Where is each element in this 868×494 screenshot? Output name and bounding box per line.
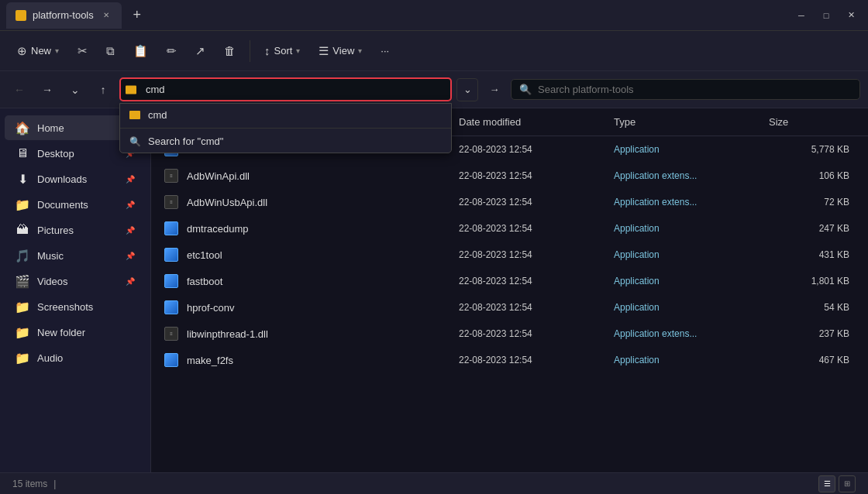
up-button[interactable]: ↑ <box>91 78 115 101</box>
copy-button[interactable]: ⧉ <box>98 39 122 63</box>
view-button[interactable]: ☰ View ▾ <box>311 39 370 63</box>
details-view-button[interactable]: ☰ <box>818 475 835 492</box>
table-row[interactable]: ≡ AdbWinApi.dll 22-08-2023 12:54 Applica… <box>151 163 868 189</box>
col-date-header[interactable]: Date modified <box>453 113 608 131</box>
file-date: 22-08-2023 12:54 <box>453 299 608 316</box>
tab-title: platform-tools <box>33 9 94 21</box>
file-type: Application <box>608 299 763 316</box>
minimize-button[interactable]: ─ <box>790 5 812 26</box>
sidebar-screenshots-label: Screenshots <box>37 301 135 313</box>
app-file-icon <box>164 300 178 314</box>
col-size-header[interactable]: Size <box>763 113 856 131</box>
file-name-text: AdbWinUsbApi.dll <box>187 197 267 208</box>
rename-button[interactable]: ✏ <box>159 39 184 63</box>
table-row[interactable]: make_f2fs 22-08-2023 12:54 Application 4… <box>151 347 868 373</box>
sidebar-item-downloads[interactable]: ⬇ Downloads 📌 <box>5 166 146 191</box>
search-input[interactable] <box>538 84 852 95</box>
table-row[interactable]: etc1tool 22-08-2023 12:54 Application 43… <box>151 242 868 268</box>
sidebar: 🏠 Home 🖥 Desktop 📌 ⬇ Downloads 📌 📁 Docum… <box>0 108 151 472</box>
address-dropdown-button[interactable]: ⌄ <box>456 78 478 101</box>
address-input[interactable] <box>119 77 452 101</box>
file-size: 467 KB <box>763 352 856 369</box>
sidebar-item-screenshots[interactable]: 📁 Screenshots <box>5 294 146 319</box>
window-controls: ─ □ ✕ <box>790 5 862 26</box>
file-icon <box>164 352 179 368</box>
table-row[interactable]: ≡ libwinpthread-1.dll 22-08-2023 12:54 A… <box>151 321 868 347</box>
dll-file-icon: ≡ <box>164 195 178 209</box>
table-row[interactable]: ≡ AdbWinUsbApi.dll 22-08-2023 12:54 Appl… <box>151 189 868 215</box>
file-size: 5,778 KB <box>763 141 856 158</box>
address-forward-button[interactable]: → <box>483 78 506 101</box>
sort-button[interactable]: ↕ Sort ▾ <box>257 39 308 62</box>
autocomplete-cmd-item[interactable]: cmd <box>120 104 451 126</box>
delete-button[interactable]: 🗑 <box>216 39 243 62</box>
file-date: 22-08-2023 12:54 <box>453 220 608 237</box>
sidebar-item-pictures[interactable]: 🏔 Pictures 📌 <box>5 218 146 242</box>
col-type-header[interactable]: Type <box>608 113 763 131</box>
file-type: Application <box>608 352 763 369</box>
new-button[interactable]: ⊕ New ▾ <box>9 39 67 63</box>
dll-file-icon: ≡ <box>164 327 178 341</box>
file-date: 22-08-2023 12:54 <box>453 273 608 290</box>
active-tab[interactable]: platform-tools ✕ <box>6 2 122 29</box>
new-icon: ⊕ <box>17 44 27 58</box>
more-button[interactable]: ··· <box>373 40 397 61</box>
sort-icon: ↕ <box>264 44 270 57</box>
file-name-cell: hprof-conv <box>164 297 453 318</box>
table-row[interactable]: dmtracedump 22-08-2023 12:54 Application… <box>151 215 868 242</box>
tiles-view-button[interactable]: ⊞ <box>839 475 856 492</box>
sidebar-documents-icon: 📁 <box>16 197 29 211</box>
file-size: 106 KB <box>763 167 856 184</box>
paste-button[interactable]: 📋 <box>126 39 156 63</box>
new-label: New <box>31 45 51 57</box>
new-chevron-icon: ▾ <box>55 46 59 55</box>
file-icon <box>164 221 179 236</box>
back-button[interactable]: ← <box>8 78 31 101</box>
tab-close-button[interactable]: ✕ <box>100 9 112 22</box>
sidebar-videos-pin-icon: 📌 <box>126 277 135 286</box>
view-toggle: ☰ ⊞ <box>818 475 856 492</box>
file-rows-container: adb 22-08-2023 12:54 Application 5,778 K… <box>151 136 868 373</box>
file-size: 431 KB <box>763 246 856 263</box>
file-date: 22-08-2023 12:54 <box>453 141 608 158</box>
sidebar-item-audio[interactable]: 📁 Audio <box>5 345 146 370</box>
file-name-cell: make_f2fs <box>164 349 453 371</box>
file-date: 22-08-2023 12:54 <box>453 194 608 211</box>
file-icon: ≡ <box>164 168 179 184</box>
close-button[interactable]: ✕ <box>840 5 862 26</box>
sidebar-music-icon: 🎵 <box>16 249 29 262</box>
new-tab-button[interactable]: + <box>126 5 148 26</box>
share-icon: ↗ <box>195 44 205 58</box>
sidebar-item-documents[interactable]: 📁 Documents 📌 <box>5 192 146 217</box>
share-button[interactable]: ↗ <box>188 39 213 63</box>
paste-icon: 📋 <box>133 44 148 58</box>
sidebar-downloads-pin-icon: 📌 <box>126 175 135 184</box>
item-count: 15 items <box>12 479 47 489</box>
file-type: Application <box>608 220 763 237</box>
file-icon: ≡ <box>164 194 179 210</box>
sidebar-documents-pin-icon: 📌 <box>126 201 135 209</box>
forward-button[interactable]: → <box>36 78 59 101</box>
file-name-cell: ≡ libwinpthread-1.dll <box>164 323 453 345</box>
table-row[interactable]: hprof-conv 22-08-2023 12:54 Application … <box>151 294 868 321</box>
sidebar-new-folder-label: New folder <box>37 327 135 338</box>
search-for-item[interactable]: 🔍 Search for "cmd" <box>120 130 451 153</box>
search-icon: 🔍 <box>519 84 532 95</box>
file-list: Name Date modified Type Size adb 22-08-2… <box>151 108 868 472</box>
table-row[interactable]: fastboot 22-08-2023 12:54 Application 1,… <box>151 268 868 294</box>
sort-label: Sort <box>274 45 293 57</box>
sidebar-screenshots-icon: 📁 <box>16 300 29 314</box>
file-size: 72 KB <box>763 194 856 211</box>
sidebar-item-music[interactable]: 🎵 Music 📌 <box>5 243 146 268</box>
sidebar-pictures-icon: 🏔 <box>16 223 29 237</box>
sidebar-item-new-folder[interactable]: 📁 New folder <box>5 320 146 345</box>
status-bar: 15 items | ☰ ⊞ <box>0 472 868 494</box>
autocomplete-cmd-label: cmd <box>148 109 167 121</box>
sidebar-item-videos[interactable]: 🎬 Videos 📌 <box>5 269 146 293</box>
autocomplete-divider <box>120 128 451 129</box>
sidebar-home-icon: 🏠 <box>16 121 29 135</box>
history-button[interactable]: ⌄ <box>64 78 87 101</box>
maximize-button[interactable]: □ <box>815 5 837 26</box>
sidebar-desktop-icon: 🖥 <box>16 146 29 160</box>
cut-button[interactable]: ✂ <box>70 39 95 63</box>
